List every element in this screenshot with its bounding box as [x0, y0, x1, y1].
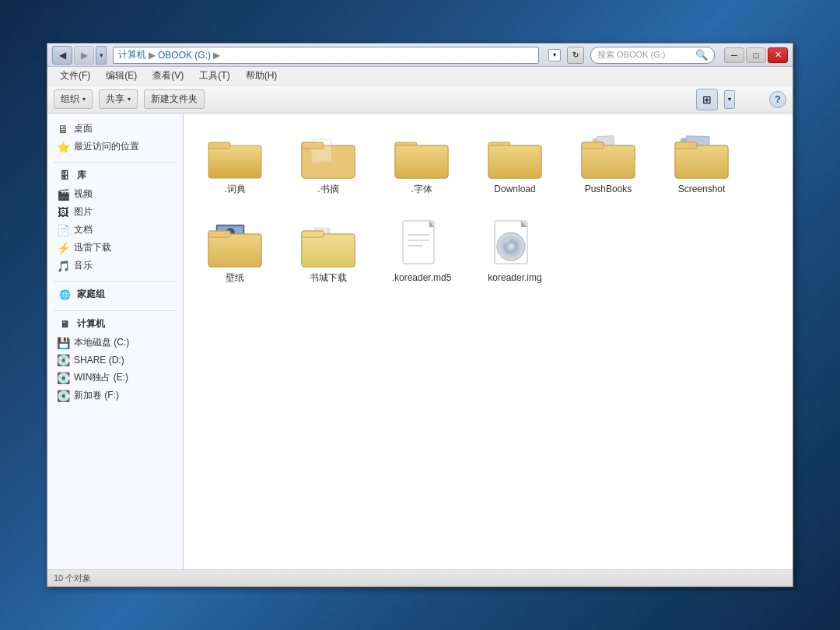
- sidebar-item-drive-c[interactable]: 💾 本地磁盘 (C:): [47, 334, 183, 352]
- drive-e-icon: 💽: [57, 372, 69, 384]
- docs-icon: 📄: [57, 224, 69, 236]
- folder-svg-shucheng: [300, 222, 356, 268]
- svg-rect-38: [302, 234, 355, 267]
- view-icon: ⊞: [702, 93, 712, 106]
- view-toggle-button[interactable]: ⊞: [696, 89, 718, 110]
- folder-svg-ziti: [394, 133, 450, 180]
- file-item-bizhi[interactable]: 壁纸: [196, 215, 274, 288]
- refresh-button[interactable]: ↻: [567, 47, 584, 64]
- sidebar-item-thunder[interactable]: ⚡ 迅雷下载: [47, 239, 183, 257]
- folder-svg-bizhi: [207, 222, 263, 268]
- koreader-md5-label: .koreader.md5: [392, 272, 452, 285]
- view-dropdown-btn[interactable]: ▾: [724, 90, 735, 109]
- back-button[interactable]: ◀: [52, 46, 72, 65]
- sidebar-item-music[interactable]: 🎵 音乐: [47, 257, 183, 275]
- menu-view[interactable]: 查看(V): [146, 68, 190, 84]
- sidebar-item-images[interactable]: 🖼 图片: [47, 203, 183, 221]
- minimize-button[interactable]: ─: [724, 47, 744, 63]
- file-item-shucheng[interactable]: 书城下载: [289, 215, 367, 288]
- address-sep-1: ▶: [149, 50, 156, 61]
- sidebar-item-video[interactable]: 🎬 视频: [47, 185, 183, 203]
- dropdown-button[interactable]: ▾: [96, 46, 107, 65]
- sidebar-item-drive-e[interactable]: 💽 WIN独占 (E:): [47, 369, 183, 387]
- file-item-koreader-img[interactable]: koreader.img: [476, 215, 554, 288]
- forward-button[interactable]: ▶: [74, 46, 94, 65]
- computer-section: 🖥 计算机 💾 本地磁盘 (C:) 💽 SHARE (D:) 💽 WIN独占 (…: [47, 314, 183, 404]
- download-icon: [484, 129, 546, 184]
- folder-svg-download: [487, 133, 543, 180]
- doc-svg-koreader-md5: [401, 219, 442, 270]
- menu-tools[interactable]: 工具(T): [193, 68, 236, 84]
- forward-icon: ▶: [81, 50, 88, 61]
- bizhi-icon: [204, 218, 266, 272]
- svg-rect-1: [208, 145, 261, 178]
- sidebar-item-docs[interactable]: 📄 文档: [47, 221, 183, 239]
- maximize-button[interactable]: □: [746, 47, 766, 63]
- help-icon: ?: [775, 93, 781, 105]
- svg-rect-33: [208, 234, 261, 267]
- menu-file[interactable]: 文件(F): [54, 68, 96, 84]
- shucheng-label: 书城下载: [310, 272, 347, 285]
- sidebar-item-drive-d[interactable]: 💽 SHARE (D:): [47, 352, 183, 369]
- shucheng-icon: [297, 218, 359, 272]
- file-item-ziti[interactable]: .字体: [383, 126, 460, 199]
- toolbar: 组织 ▾ 共享 ▾ 新建文件夹 ⊞ ▾ ?: [47, 86, 793, 114]
- svg-rect-8: [302, 142, 324, 149]
- sidebar-item-recent[interactable]: ⭐ 最近访问的位置: [47, 138, 183, 156]
- share-button[interactable]: 共享 ▾: [99, 89, 138, 109]
- menu-edit[interactable]: 编辑(E): [100, 68, 143, 84]
- divider-3: [54, 310, 177, 311]
- svg-rect-40: [403, 221, 434, 264]
- file-item-screenshot[interactable]: Screenshot: [663, 126, 740, 199]
- svg-rect-20: [582, 142, 604, 149]
- sidebar-item-drive-f[interactable]: 💽 新加卷 (F:): [47, 387, 183, 404]
- address-sep-2: ▶: [213, 50, 220, 61]
- file-item-pushbooks[interactable]: PushBooks: [569, 126, 647, 199]
- sidebar-item-drive-e-label: WIN独占 (E:): [74, 371, 128, 384]
- library-section: 🗄 库 🎬 视频 🖼 图片 📄 文档 ⚡ 迅雷下载: [47, 166, 183, 275]
- drive-d-icon: 💽: [57, 354, 69, 366]
- folder-svg-cidian: [207, 133, 263, 180]
- file-item-koreader-md5[interactable]: .koreader.md5: [383, 215, 460, 288]
- bizhi-label: 壁纸: [226, 272, 244, 285]
- search-placeholder: 搜索 OBOOK (G:): [597, 49, 665, 61]
- file-item-cidian[interactable]: .词典: [196, 126, 274, 199]
- svg-rect-2: [208, 142, 230, 149]
- file-item-shuzhai[interactable]: .书摘: [289, 126, 367, 199]
- close-button[interactable]: ✕: [768, 47, 788, 63]
- menu-help[interactable]: 帮助(H): [240, 68, 284, 84]
- computer-header: 🖥 计算机: [47, 314, 183, 334]
- folder-svg-pushbooks: [580, 133, 636, 180]
- address-input[interactable]: 计算机 ▶ OBOOK (G:) ▶: [113, 47, 539, 64]
- organize-dropdown-icon: ▾: [82, 96, 86, 103]
- desktop-icon: 🖥: [57, 123, 69, 135]
- svg-rect-39: [302, 231, 324, 237]
- sidebar: 🖥 桌面 ⭐ 最近访问的位置 🗄 库 🎬 视频: [47, 114, 184, 569]
- search-bar[interactable]: 搜索 OBOOK (G:) 🔍: [590, 47, 715, 64]
- help-button[interactable]: ?: [769, 91, 786, 108]
- library-section-header: 🗄 库: [47, 166, 183, 185]
- download-label: Download: [494, 184, 535, 196]
- organize-button[interactable]: 组织 ▾: [54, 89, 93, 109]
- address-dropdown-btn[interactable]: ▾: [548, 49, 561, 61]
- view-dropdown-icon: ▾: [728, 96, 731, 103]
- computer-label: 计算机: [77, 317, 105, 331]
- music-icon: 🎵: [57, 260, 69, 272]
- ziti-label: .字体: [411, 184, 432, 196]
- file-area[interactable]: .词典 .书摘: [184, 114, 793, 569]
- koreader-img-label: koreader.img: [488, 272, 541, 285]
- file-item-download[interactable]: Download: [476, 126, 554, 199]
- window-controls: ─ □ ✕: [724, 47, 788, 63]
- sidebar-item-images-label: 图片: [74, 205, 93, 219]
- homegroup-label: 家庭组: [77, 288, 105, 301]
- sidebar-item-recent-label: 最近访问的位置: [74, 140, 139, 153]
- new-folder-button[interactable]: 新建文件夹: [144, 89, 205, 109]
- shuzhai-icon: [297, 129, 359, 184]
- svg-rect-11: [395, 145, 448, 178]
- minimize-icon: ─: [731, 51, 737, 60]
- ziti-icon: [390, 129, 453, 184]
- share-label: 共享: [106, 93, 124, 106]
- sidebar-item-music-label: 音乐: [74, 259, 93, 272]
- refresh-icon: ↻: [572, 51, 579, 59]
- sidebar-item-desktop[interactable]: 🖥 桌面: [47, 120, 183, 138]
